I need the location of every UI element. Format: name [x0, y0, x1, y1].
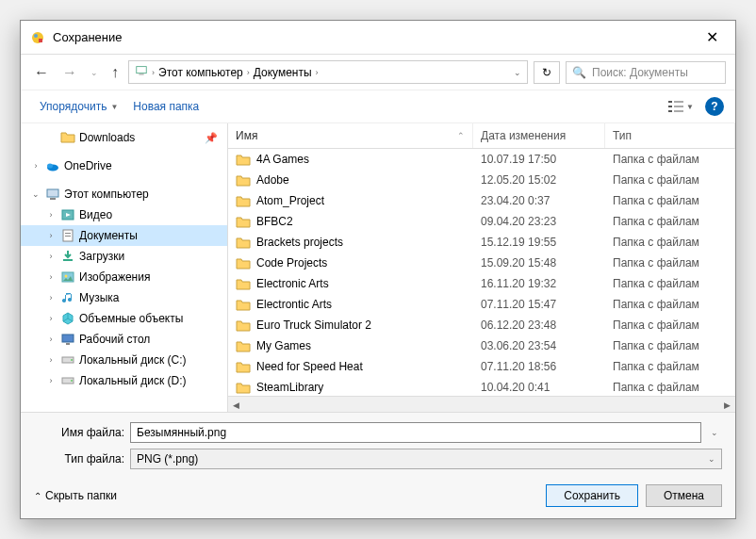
expand-icon[interactable]: ›	[45, 355, 57, 365]
expand-icon[interactable]: ›	[30, 161, 41, 171]
button-row: ⌃ Скрыть папки Сохранить Отмена	[34, 484, 722, 507]
back-button[interactable]: ←	[30, 61, 53, 84]
breadcrumb-segment[interactable]: Этот компьютер	[158, 66, 243, 79]
file-date: 12.05.20 15:02	[473, 172, 605, 188]
expand-icon[interactable]: ›	[45, 210, 57, 220]
file-row[interactable]: BFBC209.04.20 23:23Папка с файлам	[228, 211, 735, 232]
filename-row: Имя файла: ⌄	[34, 422, 722, 443]
expand-icon[interactable]: ›	[45, 252, 57, 261]
expand-icon[interactable]: ›	[45, 376, 57, 385]
tree-item[interactable]: Downloads📌	[21, 127, 227, 148]
help-button[interactable]: ?	[705, 97, 724, 116]
tree-item[interactable]: ›Локальный диск (D:)	[21, 370, 227, 391]
file-date: 16.11.20 19:32	[473, 275, 605, 292]
file-row[interactable]: 4A Games10.07.19 17:50Папка с файлам	[228, 149, 735, 170]
folder-tree[interactable]: Downloads📌›OneDrive⌄Этот компьютер›Видео…	[21, 123, 228, 412]
forward-button[interactable]: →	[58, 61, 81, 84]
folder-icon	[60, 130, 75, 145]
navbar: ← → ⌄ ↑ › Этот компьютер › Документы › ⌄…	[21, 55, 735, 90]
folder-icon	[236, 153, 251, 166]
file-type: Папка с файлам	[605, 151, 735, 168]
docs-icon	[60, 228, 75, 243]
tree-item[interactable]: ›Музыка	[21, 287, 227, 308]
refresh-button[interactable]: ↻	[534, 61, 560, 84]
cancel-button[interactable]: Отмена	[646, 484, 722, 507]
filetype-row: Тип файла: PNG (*.png) ⌄	[34, 449, 722, 469]
disk-icon	[60, 373, 75, 388]
file-row[interactable]: Electronic Arts16.11.20 19:32Папка с фай…	[228, 273, 735, 294]
file-name: Brackets projects	[256, 236, 343, 249]
hide-folders-toggle[interactable]: ⌃ Скрыть папки	[34, 489, 117, 502]
file-row[interactable]: Euro Truck Simulator 206.12.20 23:48Папк…	[228, 315, 735, 335]
expand-icon[interactable]: ›	[45, 272, 57, 282]
desktop-icon	[60, 332, 75, 347]
file-row[interactable]: Electrontic Arts07.11.20 15:47Папка с фа…	[228, 294, 735, 315]
tree-item-label: Документы	[79, 229, 138, 242]
scroll-right-button[interactable]: ▶	[719, 397, 735, 413]
expand-icon[interactable]: ⌄	[30, 189, 41, 199]
expand-icon[interactable]: ›	[45, 293, 57, 302]
file-list: Имя⌃ Дата изменения Тип 4A Games10.07.19…	[228, 123, 735, 412]
svg-rect-20	[63, 259, 73, 261]
filename-input[interactable]	[130, 422, 701, 443]
svg-rect-10	[674, 110, 683, 112]
folder-icon	[236, 194, 251, 207]
filetype-select[interactable]: PNG (*.png) ⌄	[130, 449, 722, 469]
address-bar[interactable]: › Этот компьютер › Документы › ⌄	[128, 60, 528, 84]
chevron-down-icon[interactable]: ⌄	[707, 428, 722, 437]
file-list-body[interactable]: 4A Games10.07.19 17:50Папка с файламAdob…	[228, 149, 735, 396]
file-name: SteamLibrary	[256, 381, 323, 394]
file-type: Папка с файлам	[605, 337, 735, 354]
downloads-icon	[60, 249, 75, 264]
organize-menu[interactable]: Упорядочить ▼	[32, 96, 125, 117]
tree-item[interactable]: ›Локальный диск (C:)	[21, 350, 227, 370]
expand-icon[interactable]: ›	[45, 335, 57, 344]
chevron-right-icon: ›	[152, 68, 155, 77]
tree-item[interactable]: ›OneDrive	[21, 155, 227, 176]
tree-item[interactable]: ›Изображения	[21, 267, 227, 287]
svg-rect-7	[668, 110, 672, 112]
column-date[interactable]: Дата изменения	[473, 123, 605, 148]
file-date: 07.11.20 15:47	[473, 296, 605, 313]
expand-icon[interactable]: ›	[45, 231, 57, 240]
file-row[interactable]: Code Projects15.09.20 15:48Папка с файла…	[228, 253, 735, 273]
save-button[interactable]: Сохранить	[546, 484, 638, 507]
file-name: Electrontic Arts	[256, 298, 332, 311]
file-row[interactable]: Adobe12.05.20 15:02Папка с файлам	[228, 170, 735, 190]
breadcrumb-segment[interactable]: Документы	[254, 66, 312, 79]
file-row[interactable]: My Games03.06.20 23:54Папка с файлам	[228, 335, 735, 356]
file-row[interactable]: Need for Speed Heat07.11.20 18:56Папка с…	[228, 356, 735, 377]
column-name[interactable]: Имя⌃	[228, 123, 473, 148]
new-folder-button[interactable]: Новая папка	[125, 96, 206, 117]
tree-item[interactable]: ›Загрузки	[21, 246, 227, 267]
search-input[interactable]: 🔍 Поиск: Документы	[566, 61, 726, 84]
tree-item[interactable]: ›Документы	[21, 225, 227, 246]
file-row[interactable]: Atom_Project23.04.20 0:37Папка с файлам	[228, 190, 735, 211]
column-type[interactable]: Тип	[605, 123, 735, 148]
file-type: Папка с файлам	[605, 172, 735, 188]
chevron-right-icon: ›	[247, 68, 250, 77]
tree-item[interactable]: ›Рабочий стол	[21, 329, 227, 350]
scroll-left-button[interactable]: ◀	[228, 397, 244, 413]
save-dialog: Сохранение ✕ ← → ⌄ ↑ › Этот компьютер › …	[20, 20, 736, 519]
tree-item-label: Этот компьютер	[64, 188, 149, 201]
tree-item[interactable]: ›Видео	[21, 204, 227, 225]
view-options-button[interactable]: ▼	[665, 97, 698, 116]
up-button[interactable]: ↑	[107, 61, 123, 84]
pc-icon	[135, 64, 148, 80]
chevron-down-icon[interactable]: ⌄	[514, 68, 521, 77]
file-row[interactable]: Brackets projects15.12.19 19:55Папка с ф…	[228, 232, 735, 253]
svg-point-1	[34, 34, 38, 38]
search-placeholder: Поиск: Документы	[592, 66, 688, 79]
file-date: 15.09.20 15:48	[473, 254, 605, 271]
file-row[interactable]: SteamLibrary10.04.20 0:41Папка с файлам	[228, 377, 735, 396]
expand-icon[interactable]: ›	[45, 314, 57, 323]
file-name: BFBC2	[256, 215, 293, 228]
toolbar: Упорядочить ▼ Новая папка ▼ ?	[21, 90, 735, 123]
tree-item[interactable]: ⌄Этот компьютер	[21, 184, 227, 204]
close-button[interactable]: ✕	[698, 26, 726, 48]
tree-item[interactable]: ›Объемные объекты	[21, 308, 227, 329]
images-icon	[60, 270, 75, 285]
horizontal-scrollbar[interactable]: ◀ ▶	[228, 396, 735, 412]
recent-dropdown[interactable]: ⌄	[87, 65, 102, 80]
